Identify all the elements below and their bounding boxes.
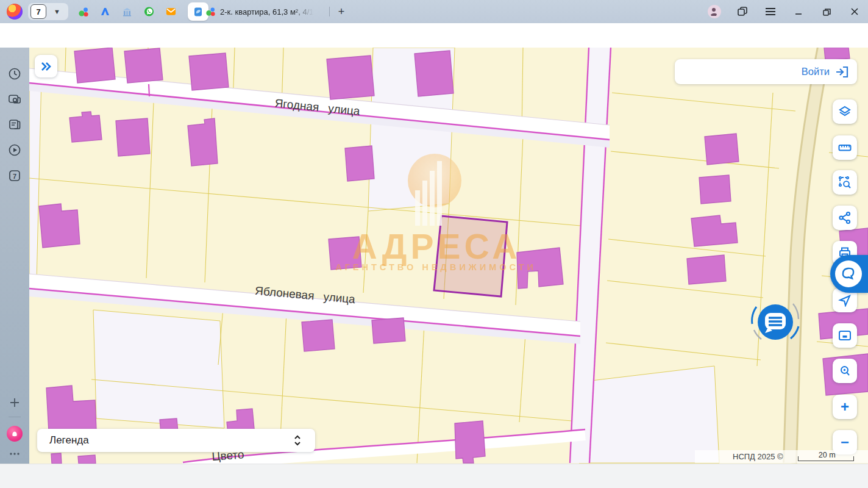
chat-arc xyxy=(752,307,756,324)
svg-text:7: 7 xyxy=(13,173,16,180)
legend-label: Легенда xyxy=(49,434,89,447)
mini-map-button[interactable] xyxy=(833,323,857,348)
tab-group-badge[interactable]: 7 xyxy=(30,4,46,19)
ruler-icon xyxy=(838,140,852,155)
map-attribution: НСПД 2025 © 20 m xyxy=(695,450,868,463)
video-icon[interactable] xyxy=(8,143,21,157)
windows-taskbar: Y РУС 10:49 04.07.2025 4 xyxy=(0,464,868,488)
pinned-tab-building-icon[interactable] xyxy=(122,7,132,17)
menu-icon[interactable] xyxy=(761,0,780,23)
new-tab-button[interactable]: + xyxy=(334,4,349,19)
zoom-in-button[interactable]: + xyxy=(833,395,857,419)
pinned-tab-mail-icon[interactable] xyxy=(166,7,176,17)
layers-button[interactable] xyxy=(833,99,857,124)
desktop: 7 ▼ 2-к. квартира, 61,3 xyxy=(0,0,868,488)
expand-panel-button[interactable] xyxy=(35,55,57,77)
nspd-favicon-icon xyxy=(193,7,204,17)
chat-arc xyxy=(754,330,761,339)
map-viewport[interactable]: АДРЕСА АГЕНТСТВО НЕДВИЖИМОСТИ Ягодная ул… xyxy=(29,48,868,464)
restore-button[interactable] xyxy=(817,0,836,23)
seven-apps-icon[interactable]: 7 xyxy=(8,169,21,182)
chat-arc xyxy=(793,304,799,319)
sidebar-divider xyxy=(9,417,21,417)
feed-icon[interactable] xyxy=(8,118,21,131)
widget-glyph-icon xyxy=(839,265,858,283)
picture-in-picture-icon xyxy=(838,328,852,343)
tab-panel-icon[interactable] xyxy=(733,0,752,23)
double-chevron-right-icon xyxy=(40,62,52,71)
watermark-subtitle: АГЕНТСТВО НЕДВИЖИМОСТИ xyxy=(335,262,536,272)
widget-circle xyxy=(835,260,862,287)
share-button[interactable] xyxy=(833,206,857,230)
map-canvas[interactable]: АДРЕСА АГЕНТСТВО НЕДВИЖИМОСТИ Ягодная ул… xyxy=(29,48,868,464)
minimize-button[interactable] xyxy=(789,0,808,23)
measure-button[interactable] xyxy=(833,135,857,160)
legend-panel[interactable]: Легенда xyxy=(37,429,315,452)
browser-side-panel: 7 xyxy=(0,48,29,464)
login-panel[interactable]: Войти xyxy=(675,59,857,84)
pinned-tab-a-icon[interactable] xyxy=(100,7,110,17)
browser-toolbar: Я nspd.gov.ru НСПД | Геоинформационный п… xyxy=(0,23,868,48)
browser-logo-icon[interactable] xyxy=(7,4,23,20)
scale-bar: 20 m xyxy=(797,451,858,462)
alice-assistant-icon[interactable] xyxy=(7,426,23,442)
close-button[interactable] xyxy=(845,0,864,23)
tab-title: 2-к. квартира, 61,3 м², 4/1 xyxy=(220,7,313,16)
select-search-icon xyxy=(838,175,852,190)
tab-group[interactable]: 7 ▼ xyxy=(28,3,68,20)
navigate-arrow-icon xyxy=(838,293,852,307)
locate-search-icon xyxy=(838,364,852,378)
watermark-title: АДРЕСА xyxy=(352,227,521,266)
login-icon xyxy=(835,66,848,78)
yandex-search-favicon-icon xyxy=(205,7,215,16)
sidebar-more-icon[interactable] xyxy=(8,447,21,461)
add-panel-icon[interactable] xyxy=(8,396,21,409)
login-label: Войти xyxy=(802,66,830,77)
browser-tab-bar: 7 ▼ 2-к. квартира, 61,3 xyxy=(0,0,868,23)
screenshot-icon[interactable] xyxy=(8,93,21,106)
scale-bracket xyxy=(798,456,854,461)
layers-icon xyxy=(838,104,852,119)
side-widget-button[interactable] xyxy=(830,255,868,293)
pinned-tab-yandex-services-icon[interactable] xyxy=(78,7,88,17)
history-icon[interactable] xyxy=(8,67,21,81)
tab-apartment-listing[interactable]: 2-к. квартира, 61,3 м², 4/1 xyxy=(205,0,313,23)
minus-icon: − xyxy=(841,434,849,451)
area-search-button[interactable] xyxy=(833,170,857,195)
chat-widget[interactable] xyxy=(748,295,803,350)
search-on-map-button[interactable] xyxy=(833,359,857,383)
chevron-down-icon[interactable]: ▼ xyxy=(54,8,60,15)
collapse-expand-icon[interactable] xyxy=(293,433,302,448)
pinned-tab-whatsapp-icon[interactable] xyxy=(144,7,154,17)
tab-separator xyxy=(329,7,330,16)
profile-avatar[interactable] xyxy=(705,0,724,23)
share-icon xyxy=(838,211,852,224)
plus-icon: + xyxy=(841,398,849,415)
attribution-text: НСПД 2025 © xyxy=(733,452,783,461)
